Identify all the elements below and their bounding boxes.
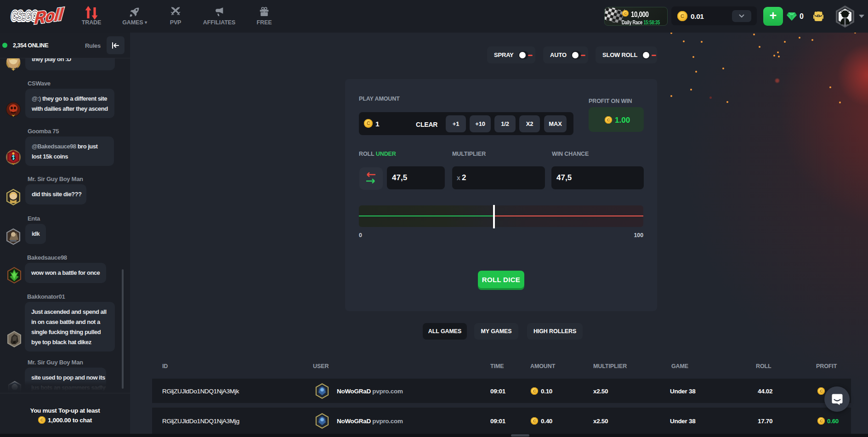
svg-text:Roll: Roll	[34, 5, 64, 28]
